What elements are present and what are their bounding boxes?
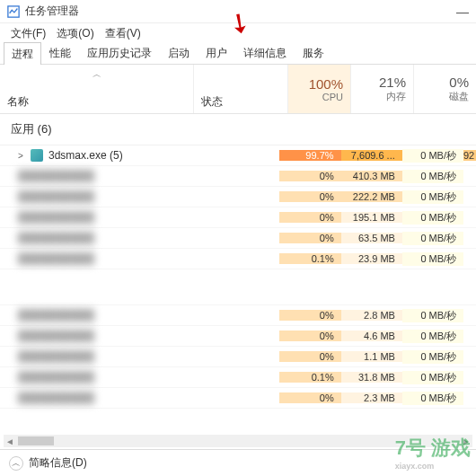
memory-cell: 23.9 MB: [341, 253, 402, 264]
tab-processes[interactable]: 进程: [4, 42, 41, 65]
cpu-percent: 100%: [295, 76, 343, 92]
process-name-cell: ██████████: [0, 190, 188, 203]
memory-cell: 31.8 MB: [341, 372, 402, 383]
disk-cell: 0 MB/秒: [402, 392, 463, 405]
column-name[interactable]: ︿ 名称: [0, 65, 193, 113]
tab-performance[interactable]: 性能: [41, 41, 79, 64]
disk-cell: 0 MB/秒: [402, 309, 463, 322]
process-name-cell: ██████████: [0, 392, 188, 404]
column-status[interactable]: 状态: [193, 65, 287, 113]
process-name-cell: ██████████: [0, 371, 188, 383]
process-name-cell: ██████████: [0, 211, 188, 224]
menu-view[interactable]: 查看(V): [101, 24, 145, 43]
menubar: 文件(F) 选项(O) 查看(V): [0, 23, 476, 43]
tab-users[interactable]: 用户: [198, 41, 235, 64]
tabs: 进程 性能 应用历史记录 启动 用户 详细信息 服务: [0, 43, 476, 65]
minimize-button[interactable]: —: [456, 4, 469, 19]
disk-cell: 0 MB/秒: [402, 330, 463, 343]
table-row[interactable]: ██████████0.1%23.9 MB0 MB/秒: [0, 249, 476, 269]
extra-cell: 92: [463, 150, 476, 161]
cpu-label: CPU: [295, 92, 343, 102]
sort-indicator-icon: ︿: [93, 68, 101, 81]
column-memory[interactable]: 21% 内存: [350, 65, 413, 113]
disk-cell: 0 MB/秒: [402, 371, 463, 384]
menu-options[interactable]: 选项(O): [53, 24, 97, 43]
cpu-cell: 0%: [279, 331, 340, 341]
table-row: [0, 269, 476, 305]
table-row[interactable]: ██████████0%63.5 MB0 MB/秒: [0, 228, 476, 249]
chevron-up-icon[interactable]: ︿: [9, 456, 23, 471]
cpu-cell: 0.1%: [279, 372, 340, 383]
disk-cell: 0 MB/秒: [402, 149, 463, 163]
process-name-cell: ██████████: [0, 350, 188, 363]
process-name: 3dsmax.exe (5): [48, 149, 123, 162]
memory-cell: 4.6 MB: [341, 331, 402, 341]
disk-cell: 0 MB/秒: [402, 170, 463, 183]
process-name-cell: ██████████: [0, 309, 188, 322]
cpu-cell: 0.1%: [279, 253, 340, 264]
cpu-cell: 0%: [279, 392, 340, 403]
process-name-cell: ██████████: [0, 330, 188, 342]
expand-chevron-icon[interactable]: >: [18, 151, 25, 161]
app-icon: [7, 5, 20, 18]
cpu-cell: 0%: [279, 191, 340, 202]
process-name-cell: ██████████: [0, 252, 188, 265]
column-name-label: 名称: [7, 94, 186, 110]
table-row[interactable]: >3dsmax.exe (5)99.7%7,609.6 ...0 MB/秒92: [0, 145, 476, 166]
disk-cell: 0 MB/秒: [402, 232, 463, 245]
memory-cell: 7,609.6 ...: [341, 150, 402, 161]
footer: ︿ 简略信息(D): [0, 449, 476, 476]
scrollbar-thumb[interactable]: [18, 436, 54, 445]
cpu-cell: 0%: [279, 310, 340, 321]
tab-startup[interactable]: 启动: [160, 41, 198, 64]
memory-cell: 2.3 MB: [341, 392, 402, 403]
table-row[interactable]: ██████████0%2.8 MB0 MB/秒: [0, 305, 476, 326]
table-row[interactable]: ██████████0.1%31.8 MB0 MB/秒: [0, 367, 476, 388]
cpu-cell: 0%: [279, 233, 340, 243]
memory-cell: 63.5 MB: [341, 233, 402, 243]
column-headers: ︿ 名称 状态 100% CPU 21% 内存 0% 磁盘: [0, 65, 476, 114]
table-row[interactable]: ██████████0%410.3 MB0 MB/秒: [0, 166, 476, 187]
disk-label: 磁盘: [421, 90, 469, 103]
scroll-left-icon[interactable]: ◄: [4, 436, 16, 446]
table-row[interactable]: ██████████0%195.1 MB0 MB/秒: [0, 207, 476, 228]
memory-cell: 195.1 MB: [341, 212, 402, 223]
disk-cell: 0 MB/秒: [402, 350, 463, 364]
table-row[interactable]: ██████████0%1.1 MB0 MB/秒: [0, 347, 476, 367]
horizontal-scrollbar[interactable]: ◄ ►: [4, 435, 472, 447]
tab-details[interactable]: 详细信息: [235, 41, 295, 64]
section-apps: 应用 (6): [0, 114, 476, 145]
disk-cell: 0 MB/秒: [402, 252, 463, 266]
memory-cell: 222.2 MB: [341, 191, 402, 202]
cpu-cell: 0%: [279, 351, 340, 362]
memory-percent: 21%: [358, 75, 406, 90]
table-row[interactable]: ██████████0%4.6 MB0 MB/秒: [0, 326, 476, 347]
menu-file[interactable]: 文件(F): [7, 24, 49, 43]
titlebar: 任务管理器 —: [0, 0, 476, 23]
cpu-cell: 0%: [279, 171, 340, 181]
tab-services[interactable]: 服务: [295, 41, 332, 64]
disk-percent: 0%: [421, 75, 469, 90]
column-disk[interactable]: 0% 磁盘: [413, 65, 476, 113]
process-name-cell: ██████████: [0, 170, 188, 182]
cpu-cell: 99.7%: [279, 150, 340, 161]
process-icon: [31, 149, 43, 162]
tab-history[interactable]: 应用历史记录: [79, 41, 160, 64]
table-row[interactable]: ██████████0%2.3 MB0 MB/秒: [0, 388, 476, 409]
scroll-right-icon[interactable]: ►: [460, 436, 472, 446]
process-rows: >3dsmax.exe (5)99.7%7,609.6 ...0 MB/秒92█…: [0, 145, 476, 409]
memory-cell: 2.8 MB: [341, 310, 402, 321]
column-status-label: 状态: [201, 94, 223, 110]
window-title: 任务管理器: [25, 4, 456, 19]
disk-cell: 0 MB/秒: [402, 190, 463, 204]
table-row[interactable]: ██████████0%222.2 MB0 MB/秒: [0, 187, 476, 207]
process-name-cell: >3dsmax.exe (5): [0, 149, 188, 162]
column-cpu[interactable]: 100% CPU: [287, 65, 350, 113]
memory-label: 内存: [358, 90, 406, 103]
memory-cell: 1.1 MB: [341, 351, 402, 362]
cpu-cell: 0%: [279, 212, 340, 223]
memory-cell: 410.3 MB: [341, 171, 402, 181]
process-name-cell: ██████████: [0, 232, 188, 244]
disk-cell: 0 MB/秒: [402, 211, 463, 225]
brief-info-button[interactable]: 简略信息(D): [29, 455, 87, 471]
